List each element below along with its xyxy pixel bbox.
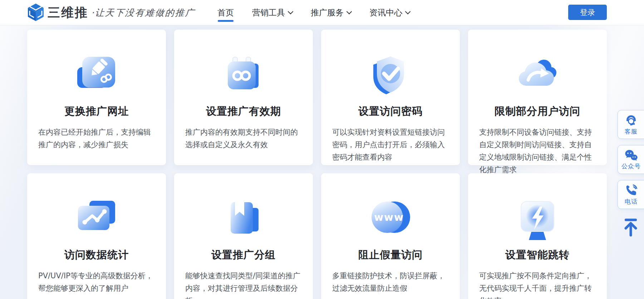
nav-item-home[interactable]: 首页 — [217, 0, 234, 25]
feature-title: 更换推广网址 — [27, 104, 166, 119]
feature-card-smart-redirect[interactable]: 设置智能跳转 可实现推广按不同条件定向推广，无代码实现千人千面，提升推广转化效率 — [468, 173, 607, 299]
feature-title: 设置推广分组 — [174, 248, 313, 262]
shield-check-icon — [367, 52, 414, 99]
nav-item-promo-services[interactable]: 推广服务 — [311, 0, 351, 25]
nav-item-label: 首页 — [217, 7, 234, 18]
nav-item-label: 资讯中心 — [369, 7, 402, 18]
feature-card-validity-period[interactable]: 设置推广有效期 推广内容的有效期支持不同时间的选择或自定义及永久有效 — [174, 30, 313, 165]
feature-title: 设置访问密码 — [321, 104, 460, 119]
calendar-infinity-icon — [220, 52, 267, 99]
feature-card-data-statistics[interactable]: 访问数据统计 PV/UV/IP等专业的高级数据分析，帮您能够更深入的了解用户 — [27, 173, 166, 299]
edit-link-icon — [73, 52, 120, 99]
feature-description: 支持限制不同设备访问链接、支持自定义限制时间访问链接、支持自定义地域限制访问链接… — [479, 126, 596, 176]
chevron-down-icon — [346, 9, 352, 15]
brand-name: 三维推 — [48, 4, 88, 21]
feature-card-promo-groups[interactable]: 设置推广分组 能够快速查找同类型/同渠道的推广内容，对其进行管理及后续数据分析 — [174, 173, 313, 299]
floating-contact-stack: 客服 公众号 电话 — [618, 110, 644, 238]
float-label: 公众号 — [621, 162, 641, 170]
main-nav: 首页 营销工具 推广服务 资讯中心 — [217, 0, 410, 25]
phone-button[interactable]: 电话 — [618, 180, 644, 209]
nav-item-label: 推广服务 — [311, 7, 344, 18]
analytics-chart-icon — [73, 196, 120, 243]
back-to-top-button[interactable] — [618, 217, 644, 238]
feature-description: 在内容已经开始推广后，支持编辑推广的内容，减少推广损失 — [38, 126, 155, 151]
feature-description: 能够快速查找同类型/同渠道的推广内容，对其进行管理及后续数据分析 — [185, 270, 302, 299]
header: 三维推 ·让天下没有难做的推广 首页 营销工具 推广服务 资讯中心 登录 — [0, 0, 644, 25]
feature-description: PV/UV/IP等专业的高级数据分析，帮您能够更深入的了解用户 — [38, 270, 155, 295]
feature-card-change-url[interactable]: 更换推广网址 在内容已经开始推广后，支持编辑推广的内容，减少推广损失 — [27, 30, 166, 165]
brand-slogan: ·让天下没有难做的推广 — [91, 7, 196, 19]
feature-title: 设置推广有效期 — [174, 104, 313, 119]
float-label: 客服 — [625, 128, 638, 136]
nav-item-label: 营销工具 — [252, 7, 285, 18]
feature-description: 推广内容的有效期支持不同时间的选择或自定义及永久有效 — [185, 126, 302, 151]
nav-item-news-center[interactable]: 资讯中心 — [369, 0, 410, 25]
feature-description: 可实现推广按不同条件定向推广，无代码实现千人千面，提升推广转化效率 — [479, 270, 596, 299]
feature-card-access-password[interactable]: 设置访问密码 可以实现针对资料设置短链接访问密码，用户点击打开后，必须输入密码才… — [321, 30, 460, 165]
feature-title: 设置智能跳转 — [468, 248, 607, 262]
feature-card-grid: 更换推广网址 在内容已经开始推广后，支持编辑推广的内容，减少推广损失 设置推广有… — [27, 30, 607, 299]
svg-text:www: www — [374, 211, 404, 223]
wechat-official-icon — [624, 149, 638, 162]
brand-logo[interactable]: 三维推 ·让天下没有难做的推广 — [27, 0, 195, 25]
feature-description: 可以实现针对资料设置短链接访问密码，用户点击打开后，必须输入密码才能查看内容 — [332, 126, 449, 164]
phone-icon — [624, 184, 638, 197]
cube-logo-icon — [27, 3, 44, 22]
customer-service-button[interactable]: 客服 — [618, 110, 644, 139]
cloud-share-icon — [514, 52, 561, 99]
feature-description: 多重链接防护技术，防误拦屏蔽，过滤无效流量防止造假 — [332, 270, 449, 295]
float-label: 电话 — [625, 198, 638, 206]
feature-card-restrict-users[interactable]: 限制部分用户访问 支持限制不同设备访问链接、支持自定义限制时间访问链接、支持自定… — [468, 30, 607, 165]
wechat-official-button[interactable]: 公众号 — [618, 145, 644, 174]
login-button[interactable]: 登录 — [568, 5, 607, 20]
feature-title: 阻止假量访问 — [321, 248, 460, 262]
bookmark-group-icon — [220, 196, 267, 243]
feature-card-block-fake-traffic[interactable]: www 阻止假量访问 多重链接防护技术，防误拦屏蔽，过滤无效流量防止造假 — [321, 173, 460, 299]
nav-item-marketing-tools[interactable]: 营销工具 — [252, 0, 292, 25]
monitor-lightning-icon — [514, 196, 561, 243]
feature-title: 访问数据统计 — [27, 248, 166, 262]
customer-service-icon — [624, 114, 638, 127]
chevron-down-icon — [288, 9, 294, 15]
back-to-top-icon — [623, 217, 639, 238]
feature-title: 限制部分用户访问 — [468, 104, 607, 119]
www-globe-icon: www — [367, 196, 414, 243]
chevron-down-icon — [405, 9, 411, 15]
